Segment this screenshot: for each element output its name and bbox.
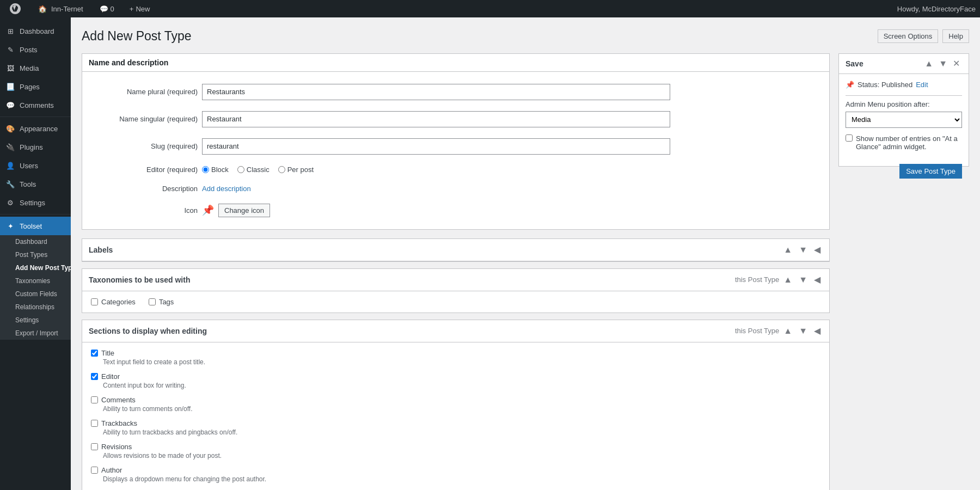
section-author-desc: Displays a dropdown menu for changing th… bbox=[103, 475, 820, 483]
labels-expand-down[interactable]: ▼ bbox=[797, 244, 810, 255]
taxonomies-right-label: this Post Type bbox=[735, 275, 779, 284]
editor-radio-group: Block Classic bbox=[202, 166, 818, 174]
section-title-label: Title bbox=[91, 349, 820, 357]
sections-box-header[interactable]: Sections to display when editing this Po… bbox=[82, 320, 829, 342]
appearance-icon: 🎨 bbox=[5, 124, 15, 133]
status-edit-link[interactable]: Edit bbox=[916, 81, 928, 89]
save-panel-title: Save bbox=[846, 59, 863, 68]
save-panel-up[interactable]: ▲ bbox=[922, 58, 935, 69]
taxonomy-categories-checkbox[interactable] bbox=[91, 298, 98, 305]
sidebar-item-appearance[interactable]: 🎨 Appearance bbox=[0, 119, 71, 138]
save-panel-controls: ▲ ▼ ✕ bbox=[922, 58, 962, 69]
sidebar-item-dashboard[interactable]: ⊞ Dashboard bbox=[0, 22, 71, 40]
at-glance-row: Show number of entries on "At a Glance" … bbox=[846, 134, 962, 151]
status-text: Status: Published bbox=[857, 81, 912, 89]
taxonomy-categories-label[interactable]: Categories bbox=[101, 298, 136, 306]
sidebar-item-post-types[interactable]: Post Types bbox=[0, 248, 71, 261]
taxonomies-collapse[interactable]: ◀ bbox=[812, 274, 823, 285]
section-revisions-checkbox[interactable] bbox=[91, 443, 98, 450]
editor-classic-option[interactable]: Classic bbox=[237, 166, 270, 174]
section-comments-checkbox[interactable] bbox=[91, 396, 98, 403]
taxonomy-tags-checkbox[interactable] bbox=[149, 298, 156, 305]
name-singular-input[interactable] bbox=[202, 111, 670, 127]
section-revisions-label: Revisions bbox=[91, 443, 820, 451]
labels-box-header[interactable]: Labels ▲ ▼ ◀ bbox=[82, 239, 829, 261]
slug-input[interactable] bbox=[202, 138, 670, 155]
admin-menu-position-label: Admin Menu position after: bbox=[846, 100, 962, 108]
sidebar-item-users[interactable]: 👤 Users bbox=[0, 156, 71, 175]
save-post-type-button[interactable]: Save Post Type bbox=[899, 164, 962, 179]
save-panel-down[interactable]: ▼ bbox=[936, 58, 950, 69]
taxonomies-box-header[interactable]: Taxonomies to be used with this Post Typ… bbox=[82, 269, 829, 291]
name-description-box-header: Name and description bbox=[82, 54, 829, 72]
adminbar-new[interactable]: + New bbox=[125, 5, 155, 13]
sidebar-item-add-new-post-type[interactable]: Add New Post Type bbox=[0, 261, 71, 274]
current-icon: 📌 bbox=[202, 204, 214, 216]
sidebar-item-tools[interactable]: 🔧 Tools bbox=[0, 175, 71, 193]
sidebar-item-settings[interactable]: ⚙ Settings bbox=[0, 193, 71, 212]
sections-collapse[interactable]: ◀ bbox=[812, 326, 823, 336]
save-panel-header: Save ▲ ▼ ✕ bbox=[839, 54, 969, 74]
editor-block-option[interactable]: Block bbox=[202, 166, 229, 174]
labels-expand-up[interactable]: ▲ bbox=[781, 244, 794, 255]
sidebar-item-export-import[interactable]: Export / Import bbox=[0, 327, 71, 340]
section-title-checkbox[interactable] bbox=[91, 350, 98, 357]
sidebar-item-taxonomies[interactable]: Taxonomies bbox=[0, 274, 71, 287]
section-author-checkbox[interactable] bbox=[91, 467, 98, 474]
sections-expand-up[interactable]: ▲ bbox=[781, 326, 794, 336]
taxonomies-header-controls: this Post Type ▲ ▼ ◀ bbox=[735, 274, 823, 285]
sections-box: Sections to display when editing this Po… bbox=[82, 320, 830, 490]
section-trackbacks-checkbox[interactable] bbox=[91, 420, 98, 427]
sidebar-item-ts-settings[interactable]: Settings bbox=[0, 314, 71, 327]
at-glance-checkbox[interactable] bbox=[846, 134, 853, 142]
add-description-link[interactable]: Add description bbox=[202, 185, 251, 193]
sidebar-item-plugins[interactable]: 🔌 Plugins bbox=[0, 138, 71, 156]
page-header: Add New Post Type Screen Options Help bbox=[82, 28, 969, 45]
editor-per-post-option[interactable]: Per post bbox=[278, 166, 314, 174]
section-title-item: Title Text input field to create a post … bbox=[91, 349, 820, 366]
labels-title: Labels bbox=[89, 246, 113, 254]
save-panel-close[interactable]: ✕ bbox=[951, 58, 962, 69]
adminbar-comments[interactable]: 💬 0 bbox=[95, 5, 119, 13]
adminbar-site-name[interactable]: 🏠 Inn-Ternet bbox=[33, 1, 89, 17]
name-description-box: Name and description Name plural (requir… bbox=[82, 53, 830, 230]
save-panel-content: 📌 Status: Published Edit Admin Menu posi… bbox=[839, 74, 969, 166]
taxonomies-expand-up[interactable]: ▲ bbox=[781, 274, 794, 285]
posts-icon: ✎ bbox=[5, 45, 15, 54]
section-author-label: Author bbox=[91, 466, 820, 474]
taxonomies-expand-down[interactable]: ▼ bbox=[797, 274, 810, 285]
sidebar-item-toolset-dashboard[interactable]: Dashboard bbox=[0, 235, 71, 248]
sidebar-item-relationships[interactable]: Relationships bbox=[0, 301, 71, 314]
settings-icon: ⚙ bbox=[5, 198, 15, 207]
form-table: Name plural (required) Name singular (re… bbox=[91, 78, 820, 223]
section-revisions-desc: Allows revisions to be made of your post… bbox=[103, 452, 820, 460]
change-icon-button[interactable]: Change icon bbox=[218, 204, 270, 217]
header-actions: Screen Options Help bbox=[878, 29, 969, 43]
adminbar-wp-logo[interactable] bbox=[4, 0, 26, 19]
section-editor-label: Editor bbox=[91, 372, 820, 381]
status-icon: 📌 bbox=[846, 81, 854, 89]
section-editor-checkbox[interactable] bbox=[91, 373, 98, 380]
admin-bar: 🏠 Inn-Ternet 💬 0 + New Howdy, McDirector… bbox=[0, 0, 980, 17]
editor-block-radio[interactable] bbox=[202, 166, 209, 173]
section-trackbacks-item: Trackbacks Ability to turn trackbacks an… bbox=[91, 419, 820, 436]
sidebar-item-toolset[interactable]: ✦ Toolset bbox=[0, 217, 71, 235]
screen-options-button[interactable]: Screen Options bbox=[878, 29, 939, 43]
help-button[interactable]: Help bbox=[942, 29, 969, 43]
taxonomy-tags-label[interactable]: Tags bbox=[159, 298, 174, 306]
admin-menu-select[interactable]: Media Posts Pages Comments Appearance Pl… bbox=[846, 112, 962, 128]
sidebar-item-media[interactable]: 🖼 Media bbox=[0, 59, 71, 77]
editor-classic-radio[interactable] bbox=[237, 166, 244, 173]
sidebar-item-posts[interactable]: ✎ Posts bbox=[0, 40, 71, 59]
name-plural-input[interactable] bbox=[202, 84, 670, 100]
sidebar-item-pages[interactable]: 📃 Pages bbox=[0, 77, 71, 96]
sections-expand-down[interactable]: ▼ bbox=[797, 326, 810, 336]
section-trackbacks-desc: Ability to turn trackbacks and pingbacks… bbox=[103, 428, 820, 436]
at-glance-label[interactable]: Show number of entries on "At a Glance" … bbox=[856, 134, 962, 151]
sections-title: Sections to display when editing bbox=[89, 327, 207, 335]
sidebar-item-comments[interactable]: 💬 Comments bbox=[0, 96, 71, 114]
sidebar-item-custom-fields[interactable]: Custom Fields bbox=[0, 287, 71, 301]
section-title-desc: Text input field to create a post title. bbox=[103, 358, 820, 366]
labels-collapse[interactable]: ◀ bbox=[812, 244, 823, 255]
editor-per-post-radio[interactable] bbox=[278, 166, 285, 173]
